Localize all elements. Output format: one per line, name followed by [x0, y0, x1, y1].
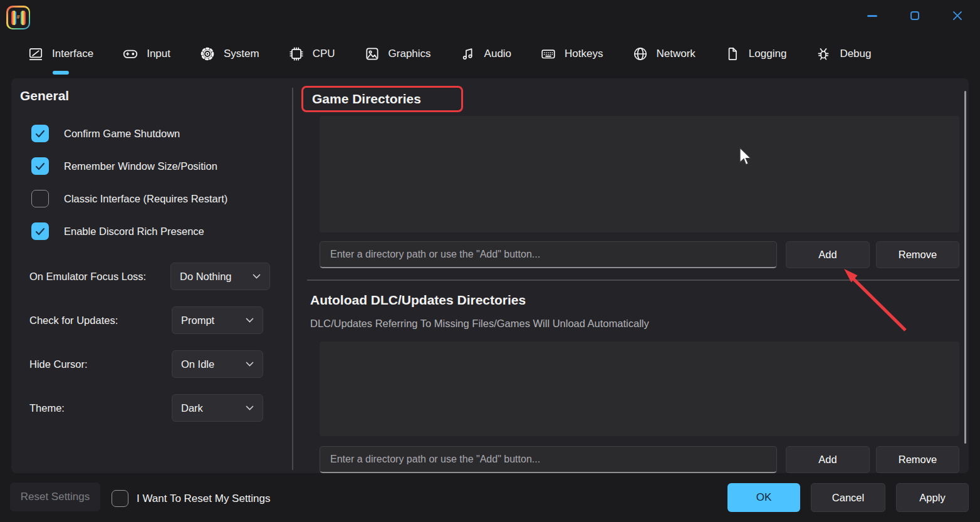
tab-debug[interactable]: Debug: [815, 46, 871, 62]
reset-confirm-checkbox[interactable]: [112, 490, 128, 507]
chevron-down-icon: [246, 405, 254, 410]
checkbox-row-classic-interface[interactable]: Classic Interface (Requires Restart): [31, 189, 227, 208]
checkbox[interactable]: [31, 125, 49, 142]
app-logo: #: [6, 6, 30, 29]
game-directories-add-button[interactable]: Add: [786, 241, 870, 268]
checkbox-row-confirm-game-shutdown[interactable]: Confirm Game Shutdown: [31, 124, 180, 143]
check-icon: [35, 227, 45, 236]
settings-tab-bar: Interface Input System CPU Graphics: [28, 39, 871, 69]
chevron-down-icon: [246, 362, 254, 367]
dialog-footer: Reset Settings I Want To Reset My Settin…: [0, 473, 980, 522]
autoload-directory-input[interactable]: [320, 446, 777, 473]
tab-audio[interactable]: Audio: [460, 46, 511, 62]
interface-icon: [28, 46, 44, 62]
close-icon: [951, 9, 964, 22]
game-directories-list[interactable]: [320, 116, 959, 232]
reset-confirm-label: I Want To Reset My Settings: [137, 490, 271, 507]
game-directory-input[interactable]: [320, 241, 777, 268]
ok-button[interactable]: OK: [727, 483, 800, 512]
tab-hotkeys[interactable]: Hotkeys: [540, 46, 603, 62]
minimize-button[interactable]: [862, 7, 882, 24]
autoload-subtitle: DLC/Updates Referring To Missing Files/G…: [310, 318, 649, 330]
scrollbar[interactable]: [964, 91, 966, 444]
reset-settings-button[interactable]: Reset Settings: [10, 483, 100, 511]
cancel-button[interactable]: Cancel: [811, 483, 885, 512]
checkbox-label: Classic Interface (Requires Restart): [64, 193, 227, 205]
image-icon: [364, 46, 380, 62]
checkbox-label: Enable Discord Rich Presence: [64, 226, 204, 238]
section-divider: [307, 279, 959, 281]
annotation-red-box: Game Directories: [301, 86, 463, 112]
autoload-remove-button[interactable]: Remove: [876, 446, 959, 473]
bug-icon: [815, 46, 831, 62]
music-note-icon: [460, 46, 476, 62]
check-icon: [35, 130, 45, 138]
checkbox-row-remember-window[interactable]: Remember Window Size/Position: [31, 157, 217, 175]
cpu-icon: [288, 46, 305, 62]
tab-system[interactable]: System: [199, 46, 259, 62]
tab-label: CPU: [313, 48, 335, 60]
apply-button[interactable]: Apply: [896, 483, 969, 512]
hide-cursor-label: Hide Cursor:: [29, 350, 88, 378]
checkbox[interactable]: [31, 222, 49, 240]
theme-label: Theme:: [29, 394, 65, 422]
autoload-directories-list[interactable]: [320, 342, 959, 436]
check-icon: [35, 162, 45, 170]
tab-label: Audio: [484, 48, 511, 60]
minimize-icon: [867, 15, 877, 17]
theme-dropdown[interactable]: Dark: [172, 394, 263, 422]
tab-network[interactable]: Network: [632, 46, 696, 62]
document-icon: [724, 46, 741, 62]
tab-logging[interactable]: Logging: [724, 46, 787, 62]
dropdown-value: Dark: [181, 402, 203, 414]
checkbox-label: Confirm Game Shutdown: [64, 128, 180, 140]
gamepad-icon: [122, 46, 138, 62]
checkbox[interactable]: [31, 157, 49, 175]
title-bar: #: [0, 0, 980, 35]
chevron-down-icon: [246, 318, 254, 323]
tab-label: Graphics: [388, 48, 431, 60]
logo-left-bar: [11, 11, 16, 25]
game-directories-remove-button[interactable]: Remove: [876, 241, 959, 268]
hide-cursor-dropdown[interactable]: On Idle: [172, 350, 263, 378]
panel-divider: [292, 88, 293, 470]
tab-cpu[interactable]: CPU: [288, 46, 335, 62]
autoload-title: Autoload DLC/Updates Directories: [310, 293, 526, 308]
logo-right-bar: [21, 11, 26, 25]
keyboard-icon: [540, 46, 556, 62]
globe-icon: [632, 46, 649, 62]
focus-loss-label: On Emulator Focus Loss:: [29, 263, 146, 290]
dropdown-value: Do Nothing: [180, 271, 232, 283]
tab-label: Network: [657, 48, 696, 60]
tab-label: Input: [147, 48, 170, 60]
close-button[interactable]: [947, 7, 967, 24]
logo-hash: #: [17, 14, 20, 20]
tab-interface[interactable]: Interface: [28, 46, 93, 62]
dropdown-value: On Idle: [181, 358, 214, 370]
gear-icon: [199, 46, 216, 62]
settings-content-panel: General Confirm Game Shutdown Remember W…: [11, 78, 969, 473]
game-directories-title: Game Directories: [303, 91, 421, 107]
dropdown-value: Prompt: [181, 315, 214, 326]
check-updates-dropdown[interactable]: Prompt: [172, 306, 263, 334]
checkbox[interactable]: [31, 190, 49, 207]
autoload-add-button[interactable]: Add: [786, 446, 870, 473]
checkbox-label: Remember Window Size/Position: [64, 160, 217, 172]
tab-label: Debug: [840, 48, 871, 60]
check-updates-label: Check for Updates:: [29, 306, 118, 334]
tab-label: Hotkeys: [565, 48, 603, 60]
maximize-button[interactable]: [905, 7, 925, 24]
tab-label: Interface: [52, 48, 93, 60]
tab-input[interactable]: Input: [122, 46, 170, 62]
focus-loss-dropdown[interactable]: Do Nothing: [170, 263, 270, 290]
chevron-down-icon: [253, 274, 261, 279]
maximize-icon: [910, 11, 919, 20]
tab-label: System: [224, 48, 259, 60]
active-tab-indicator: [53, 71, 69, 75]
checkbox-row-discord-presence[interactable]: Enable Discord Rich Presence: [31, 222, 204, 241]
tab-label: Logging: [749, 48, 787, 60]
tab-graphics[interactable]: Graphics: [364, 46, 431, 62]
general-section-title: General: [20, 88, 69, 103]
